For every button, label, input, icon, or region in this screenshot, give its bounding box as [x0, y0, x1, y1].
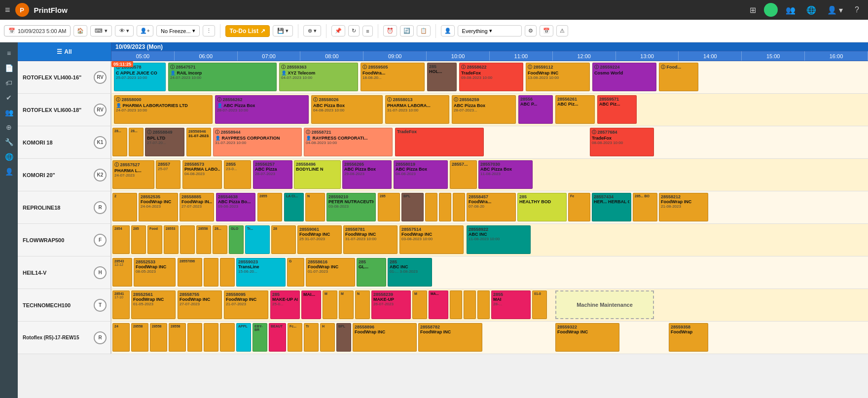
- job-block[interactable]: 28558946 31-07-2023...: [186, 128, 211, 156]
- job-block[interactable]: ⓘ Food...: [659, 63, 698, 91]
- alarm-button[interactable]: ⏰: [383, 25, 397, 36]
- job-block[interactable]: ⓘ 28558944 👤 RAYPRESS CORPORATION 31-07-…: [213, 128, 302, 156]
- job-block[interactable]: 28552535 FoodWrap INC 24-04-2023: [139, 193, 178, 221]
- job-block[interactable]: 28559061 FoodWrap INC 25 31-07-2023: [297, 225, 342, 254]
- job-block[interactable]: ⓘ 28547571 👤 RAIL Incorp 24-07-2023 10:0…: [168, 63, 277, 91]
- todo-list-button[interactable]: To-Do List ↗: [225, 25, 270, 37]
- job-block[interactable]: ⓘ 28556259 ABC Pizza Box 28-07-2023...: [452, 95, 516, 124]
- job-block[interactable]: 28556 ABC P...: [518, 95, 553, 124]
- job-block[interactable]: 28558755 FoodWrap INC 27-07-2023: [178, 290, 222, 319]
- job-block[interactable]: 28...: [129, 128, 144, 156]
- freeze-dropdown[interactable]: No Freeze... ▾: [156, 25, 200, 36]
- job-block[interactable]: 28558212 FoodWrap INC 21-08-2023: [659, 193, 708, 221]
- job-block[interactable]: 28558781 FoodWrap INC 31-07-2023 10:00: [343, 225, 398, 254]
- refresh-button[interactable]: ↻: [348, 25, 360, 36]
- job-block[interactable]: 28556261 ABC Piz...: [555, 95, 595, 124]
- job-block[interactable]: 24: [112, 323, 130, 352]
- job-block[interactable]: 285... BO: [633, 193, 657, 221]
- job-block[interactable]: ⓘ 28559363 👤 XYZ Telecom 04-07-2023 10:0…: [279, 63, 358, 91]
- job-block[interactable]: ⓘ 28558622 TradeFox 09-08-2023 10:00: [459, 63, 523, 91]
- job-block[interactable]: N: [355, 290, 370, 319]
- view-button[interactable]: 👁 ▾: [115, 25, 134, 36]
- sidebar-icon-menu[interactable]: ≡: [0, 46, 18, 60]
- job-block[interactable]: 285 HEALTHY BOD: [517, 193, 567, 221]
- job-block[interactable]: LA Cl...: [284, 193, 304, 221]
- job-block[interactable]: 28559210 PETER NUTRACEUTICALS 03-08-2023: [326, 193, 376, 221]
- job-block[interactable]: BEAUT: [269, 323, 286, 352]
- job-block[interactable]: 28554638 ABC Pizza Bo... 09-06-2023: [216, 193, 255, 221]
- job-block[interactable]: 285: [131, 225, 146, 254]
- job-block[interactable]: 28558616 FoodWrap INC 01-07-2023: [306, 258, 355, 287]
- job-block[interactable]: Tr: [304, 323, 319, 352]
- job-block[interactable]: BPL: [336, 323, 351, 352]
- job-block[interactable]: 28557514 FoodWrap INC 03-08-2023 10:00: [399, 225, 464, 254]
- job-block[interactable]: 28558: [196, 225, 211, 254]
- person-button[interactable]: 👤: [441, 25, 455, 36]
- more-options-button[interactable]: ⋮: [203, 25, 215, 36]
- calendar-view-button[interactable]: 📅: [540, 25, 553, 36]
- settings-button[interactable]: ⚙: [525, 25, 537, 36]
- job-block[interactable]: 2855: [257, 193, 282, 221]
- job-block[interactable]: 28558: [150, 323, 167, 352]
- job-block[interactable]: 285: [378, 193, 400, 221]
- job-block[interactable]: [450, 290, 462, 319]
- save-dropdown-button[interactable]: 💾 ▾: [273, 25, 293, 36]
- sidebar-icon-tools[interactable]: 🔧: [0, 135, 18, 149]
- job-block[interactable]: 285 HOL...: [427, 63, 457, 91]
- job-block[interactable]: 28559358 FoodWrap: [669, 323, 708, 352]
- all-label[interactable]: ☰ All: [18, 42, 111, 61]
- job-block[interactable]: 28559322 FoodWrap INC: [555, 323, 619, 352]
- job-block[interactable]: 28558457 FoodWra... 07-08-20: [467, 193, 516, 221]
- job-block[interactable]: ⓘ 28559112 FoodWrap INC 13-08-2023 10:00: [526, 63, 590, 91]
- job-block[interactable]: N: [305, 193, 325, 221]
- job-block[interactable]: 28557434 HER... HERBAL CO: [592, 193, 631, 221]
- job-block[interactable]: 28558095 FoodWrap INC 21-07-2023: [224, 290, 268, 319]
- job-block[interactable]: 28558496 BODYLINE N: [294, 160, 341, 189]
- job-block[interactable]: 28552561 FoodWrap INC 01-05-2023: [131, 290, 176, 319]
- sidebar-icon-user2[interactable]: 👤: [0, 165, 18, 179]
- job-block[interactable]: [477, 290, 490, 319]
- job-block[interactable]: 28559571 ABC Piz...: [597, 95, 637, 124]
- job-block[interactable]: Fc...: [288, 323, 302, 352]
- job-block[interactable]: EBY-BR: [253, 323, 267, 352]
- job-block[interactable]: 28: [271, 225, 296, 254]
- job-block[interactable]: 2854117-10: [112, 290, 130, 319]
- job-block[interactable]: 28556265 ABC Pizza Box 29-08-2023: [342, 160, 392, 189]
- job-block[interactable]: MA...: [429, 290, 448, 319]
- job-block[interactable]: APPL: [236, 323, 251, 352]
- job-block[interactable]: 28557096: [178, 258, 202, 287]
- job-block[interactable]: [204, 258, 218, 287]
- job-block[interactable]: [464, 290, 476, 319]
- job-block[interactable]: [204, 323, 218, 352]
- user-plus-button[interactable]: 👤+: [137, 25, 153, 36]
- keyboard-button[interactable]: ⌨ ▾: [90, 25, 111, 36]
- job-block[interactable]: ⓘ 28557527 PHARMA L... 24-07-2023: [112, 160, 154, 189]
- job-block[interactable]: [187, 323, 202, 352]
- job-block[interactable]: 2855 MAI 28-...: [491, 290, 531, 319]
- job-block[interactable]: 285 ABC INC 01-... 3-08-2023: [388, 258, 432, 287]
- job-block[interactable]: 28...: [213, 225, 227, 254]
- everything-dropdown[interactable]: Everything ▾: [458, 25, 522, 36]
- job-block[interactable]: M: [412, 290, 427, 319]
- job-block[interactable]: 28558573 PHARMA LABO... 04-08-2023: [182, 160, 222, 189]
- list-button[interactable]: 📋: [417, 25, 431, 36]
- nav-icon-user[interactable]: 👤 ▾: [824, 5, 846, 15]
- job-block[interactable]: [453, 193, 465, 221]
- job-block[interactable]: ⓘ 28559505 FoodWra... 18-08-20...: [361, 63, 425, 91]
- job-block[interactable]: ⓘ 28558721 👤 RAYPRESS CORPORATI... 04-08…: [304, 128, 393, 156]
- alert-button[interactable]: ⚠: [556, 25, 568, 36]
- job-block[interactable]: 28559023 TransLine 15-06-20...: [236, 258, 286, 287]
- job-block[interactable]: ⓘ 28558013 PHARMA LABORA... 31-07-2023 1…: [385, 95, 449, 124]
- nav-icon-grid[interactable]: ⊞: [747, 5, 759, 15]
- sidebar-icon-document[interactable]: 📄: [0, 61, 18, 75]
- job-block[interactable]: 28558885 FoodWrap IN... 27-07-2023: [180, 193, 214, 221]
- job-block[interactable]: ⓘ 28558000 👤 PHARMA LABORATORIES LTD 24-…: [114, 95, 213, 124]
- job-block[interactable]: 285523-0...: [224, 160, 251, 189]
- job-block[interactable]: ⓘ 28556262 👤 ABC Pizza Box 28-07-2023 10…: [215, 95, 309, 124]
- pin-button[interactable]: 📌: [331, 25, 345, 36]
- sidebar-icon-tasks[interactable]: ✔: [0, 91, 18, 105]
- job-block[interactable]: 28557...: [450, 160, 477, 189]
- job-block[interactable]: 28552533 FoodWrap INC 08-05-2023: [134, 258, 176, 287]
- job-block[interactable]: TradeFox: [395, 128, 484, 156]
- job-block[interactable]: 01-0: [532, 290, 547, 319]
